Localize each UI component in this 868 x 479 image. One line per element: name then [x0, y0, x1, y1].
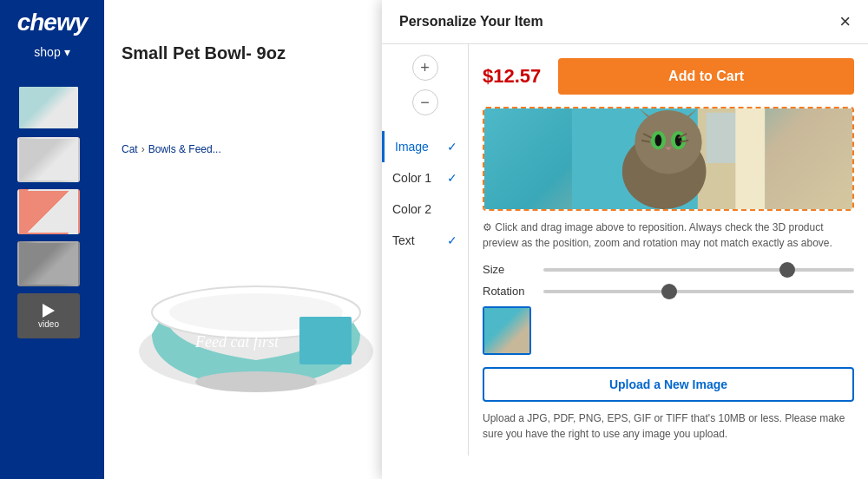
play-icon: [43, 304, 55, 318]
product-title: Small Pet Bowl- 9oz: [122, 43, 286, 63]
image-preview-container[interactable]: [483, 107, 854, 211]
svg-point-12: [635, 110, 701, 174]
price: $12.57: [483, 65, 541, 88]
image-info-text: ⚙ Click and drag image above to repositi…: [483, 220, 854, 251]
tab-image-label: Image: [395, 140, 429, 154]
size-label: Size: [483, 263, 535, 276]
thumbnail-1[interactable]: [17, 85, 80, 130]
upload-info-text: Upload a JPG, PDF, PNG, EPS, GIF or TIFF…: [483, 410, 854, 442]
cat-image: [484, 108, 852, 209]
image-thumb-1[interactable]: [483, 306, 531, 355]
tab-text[interactable]: Text ✓: [382, 225, 468, 256]
upload-image-button[interactable]: Upload a New Image: [483, 367, 854, 402]
bowl-preview: Feed cat first: [126, 178, 386, 421]
modal-body: + − Image ✓ Color 1 ✓ Color 2 Text: [382, 44, 868, 456]
video-thumbnail[interactable]: video: [17, 293, 80, 338]
video-label: video: [38, 319, 59, 329]
tab-image-check: ✓: [447, 140, 457, 154]
main-area: Cat › Bowls & Feed... Small Pet Bowl- 9o…: [104, 0, 868, 479]
size-slider[interactable]: [543, 268, 854, 272]
svg-point-6: [195, 371, 317, 392]
modal: Personalize Your Item × + − Image ✓ Colo…: [382, 0, 868, 479]
rotation-slider-row: Rotation: [483, 285, 854, 298]
tab-color2[interactable]: Color 2: [382, 194, 468, 225]
breadcrumb-bowls[interactable]: Bowls & Feed...: [148, 143, 221, 155]
thumbnail-3[interactable]: [17, 189, 80, 234]
modal-header: Personalize Your Item ×: [382, 0, 868, 44]
shop-label: shop: [34, 45, 60, 59]
breadcrumb-cat[interactable]: Cat: [122, 143, 138, 155]
tab-color1-check: ✓: [447, 171, 457, 185]
tab-text-label: Text: [392, 233, 415, 247]
rotation-slider[interactable]: [543, 290, 854, 293]
zoom-in-button[interactable]: +: [412, 55, 438, 81]
zoom-out-button[interactable]: −: [412, 89, 438, 115]
modal-sidebar: + − Image ✓ Color 1 ✓ Color 2 Text: [382, 44, 469, 456]
image-thumb-1-img: [484, 308, 529, 353]
svg-point-17: [655, 135, 662, 147]
product-image-area: Feed cat first: [122, 165, 391, 434]
thumbnail-list: video: [17, 85, 87, 338]
price-row: $12.57 Add to Cart: [483, 58, 854, 95]
chewy-logo: chewy: [17, 9, 88, 36]
chevron-down-icon: ▾: [64, 45, 70, 59]
tab-text-check: ✓: [447, 233, 457, 247]
svg-text:Feed cat first: Feed cat first: [194, 333, 279, 351]
add-to-cart-button[interactable]: Add to Cart: [558, 58, 854, 95]
thumb-strip: [483, 306, 854, 355]
close-button[interactable]: ×: [839, 12, 851, 31]
svg-rect-4: [299, 317, 352, 364]
tab-color1[interactable]: Color 1 ✓: [382, 162, 468, 194]
size-slider-row: Size: [483, 263, 854, 276]
thumbnail-4[interactable]: [17, 241, 80, 286]
thumbnail-2[interactable]: [17, 137, 80, 182]
svg-rect-10: [735, 108, 765, 209]
breadcrumb: Cat › Bowls & Feed...: [122, 143, 221, 155]
tab-image[interactable]: Image ✓: [382, 131, 468, 162]
tab-color2-label: Color 2: [392, 202, 431, 216]
sidebar: chewy shop ▾ video: [0, 0, 104, 479]
nav-tabs: Image ✓ Color 1 ✓ Color 2 Text ✓: [382, 131, 468, 256]
shop-button[interactable]: shop ▾: [34, 45, 69, 59]
info-icon: ⚙: [483, 221, 492, 233]
tab-color1-label: Color 1: [392, 171, 431, 185]
rotation-label: Rotation: [483, 285, 535, 298]
modal-title: Personalize Your Item: [399, 14, 543, 30]
breadcrumb-separator: ›: [141, 143, 145, 155]
modal-right-content: $12.57 Add to Cart: [469, 44, 868, 456]
